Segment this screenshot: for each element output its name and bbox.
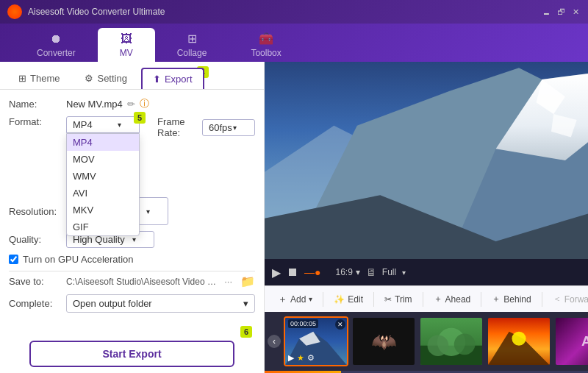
- thumb1-close-button[interactable]: ✕: [335, 319, 345, 330]
- add-button[interactable]: ＋ Add: [272, 290, 318, 309]
- format-option-avi[interactable]: AVI: [67, 185, 139, 202]
- thumb1-play-icon[interactable]: ▶: [288, 353, 294, 363]
- sub-tab-theme-label: Theme: [30, 73, 60, 84]
- gpu-label: Turn on GPU Acceleration: [23, 254, 134, 265]
- ahead-button[interactable]: ＋ Ahead: [428, 290, 477, 308]
- frame-rate-dropdown[interactable]: 60fps ▾: [202, 119, 255, 136]
- frame-rate-label: Frame Rate:: [157, 116, 198, 138]
- format-selected-value: MP4: [73, 119, 93, 130]
- mv-icon: 🖼: [121, 32, 132, 46]
- name-row: Name: New MV.mp4 ✏ ⓘ: [9, 97, 255, 110]
- name-label: Name:: [9, 99, 62, 110]
- edit-label: Edit: [348, 294, 363, 305]
- sub-tab-theme[interactable]: ⊞ Theme: [7, 68, 71, 89]
- video-preview-svg: [265, 62, 588, 259]
- thumbnail-4[interactable]: [487, 316, 551, 366]
- edit-name-icon[interactable]: ✏: [127, 99, 135, 110]
- format-option-mov[interactable]: MOV: [67, 151, 139, 168]
- step6-badge: 6: [240, 326, 252, 338]
- thumb1-controls: ▶ ★ ⚙: [288, 353, 315, 363]
- complete-label: Complete:: [9, 298, 62, 309]
- close-button[interactable]: ✕: [570, 7, 581, 17]
- format-select[interactable]: MP4 ▾: [66, 116, 140, 133]
- main-content: ⊞ Theme ⚙ Setting ⬆ Export 4 Name: New M…: [0, 62, 588, 373]
- sub-tab-export-label: Export: [165, 74, 193, 85]
- tab-collage[interactable]: ⊞ Collage: [155, 28, 229, 62]
- ahead-label: Ahead: [445, 294, 471, 305]
- thumbnail-strip: ‹ 00:00:05 ✕ ▶ ★ ⚙: [265, 312, 588, 371]
- play-button[interactable]: ▶: [272, 266, 281, 280]
- trim-icon: ✂: [384, 294, 392, 305]
- thumbnail-5[interactable]: A: [554, 316, 588, 366]
- tab-toolbox[interactable]: 🧰 Toolbox: [229, 28, 303, 62]
- info-icon[interactable]: ⓘ: [140, 97, 149, 110]
- saveto-label: Save to:: [9, 276, 62, 287]
- gpu-row: Turn on GPU Acceleration: [9, 254, 255, 265]
- format-option-gif[interactable]: GIF: [67, 219, 139, 235]
- top-nav: ⏺ Converter 🖼 MV ⊞ Collage 🧰 Toolbox: [0, 24, 588, 62]
- format-option-wmv[interactable]: WMV: [67, 168, 139, 185]
- forward-label: Forward: [564, 294, 588, 305]
- svg-point-16: [428, 335, 449, 356]
- edit-button[interactable]: ✨ Edit: [328, 291, 369, 308]
- tab-converter[interactable]: ⏺ Converter: [15, 28, 98, 62]
- aspect-ratio-value: 16:9: [335, 267, 352, 277]
- monitor-icon: 🖥: [366, 266, 376, 278]
- add-label: Add: [290, 294, 306, 305]
- export-icon: ⬆: [153, 74, 161, 85]
- thumb1-star-icon[interactable]: ★: [297, 353, 304, 363]
- frame-rate-arrow: ▾: [233, 124, 237, 132]
- maximize-button[interactable]: 🗗: [556, 7, 566, 17]
- tab-mv[interactable]: 🖼 MV: [98, 28, 155, 62]
- sub-tab-export[interactable]: ⬆ Export: [141, 68, 204, 89]
- sep2: [373, 292, 374, 307]
- display-arrow-icon: ▾: [402, 269, 406, 277]
- collage-icon: ⊞: [187, 32, 197, 46]
- thumb1-settings-icon[interactable]: ⚙: [307, 353, 315, 363]
- sub-tab-setting[interactable]: ⚙ Setting: [74, 68, 137, 89]
- sep5: [542, 292, 542, 307]
- complete-value: Open output folder: [73, 298, 152, 309]
- left-panel: ⊞ Theme ⚙ Setting ⬆ Export 4 Name: New M…: [0, 62, 265, 373]
- app-title: Aiseesoft Video Converter Ultimate: [28, 7, 541, 17]
- more-options-button[interactable]: ···: [220, 274, 236, 288]
- sub-tabs: ⊞ Theme ⚙ Setting ⬆ Export 4: [0, 62, 264, 90]
- title-bar: Aiseesoft Video Converter Ultimate 🗕 🗗 ✕: [0, 0, 588, 24]
- strip-prev-button[interactable]: ‹: [268, 335, 281, 348]
- format-option-mp4[interactable]: MP4: [67, 134, 139, 151]
- theme-icon: ⊞: [18, 73, 26, 84]
- open-folder-icon[interactable]: 📁: [240, 274, 255, 288]
- format-option-mkv[interactable]: MKV: [67, 202, 139, 219]
- frame-rate-row: Frame Rate: 60fps ▾: [157, 116, 255, 138]
- frame-rate-value: 60fps: [209, 122, 232, 133]
- sep3: [423, 292, 423, 307]
- svg-point-19: [512, 332, 526, 346]
- behind-button[interactable]: ＋ Behind: [486, 290, 537, 308]
- gpu-checkbox[interactable]: [9, 255, 18, 264]
- add-icon: ＋: [278, 293, 287, 306]
- start-export-left-button[interactable]: Start Export: [29, 341, 234, 367]
- thumbnail-3[interactable]: [419, 316, 484, 366]
- bottom-toolbar: ＋ Add ✨ Edit ✂ Trim ＋ Ahead ＋ Behind: [265, 285, 588, 312]
- complete-dropdown[interactable]: Open output folder ▾: [66, 294, 255, 313]
- tab-mv-label: MV: [120, 48, 133, 58]
- minimize-button[interactable]: 🗕: [541, 7, 551, 17]
- trim-button[interactable]: ✂ Trim: [379, 291, 418, 308]
- display-value: Full: [382, 267, 396, 277]
- ahead-icon: ＋: [434, 293, 442, 305]
- format-arrow-icon: ▾: [118, 121, 121, 129]
- sub-tab-setting-label: Setting: [97, 73, 126, 84]
- saveto-row: Save to: C:\Aiseesoft Studio\Aiseesoft V…: [9, 274, 255, 288]
- forward-button[interactable]: ＜ Forward: [547, 290, 588, 308]
- thumbnail-2[interactable]: 🦇: [351, 316, 416, 366]
- forward-icon: ＜: [553, 293, 562, 305]
- stop-button[interactable]: ⏹: [287, 266, 298, 279]
- tab-converter-label: Converter: [37, 48, 76, 58]
- tab-collage-label: Collage: [177, 48, 207, 58]
- frame-rate-select[interactable]: 60fps ▾: [202, 119, 255, 136]
- window-controls[interactable]: 🗕 🗗 ✕: [541, 7, 581, 17]
- ratio-select: 16:9 ▾: [335, 267, 359, 277]
- thumbnail-1[interactable]: 00:00:05 ✕ ▶ ★ ⚙: [284, 316, 348, 366]
- resolution-label: Resolution:: [9, 206, 62, 217]
- sep1: [323, 292, 323, 307]
